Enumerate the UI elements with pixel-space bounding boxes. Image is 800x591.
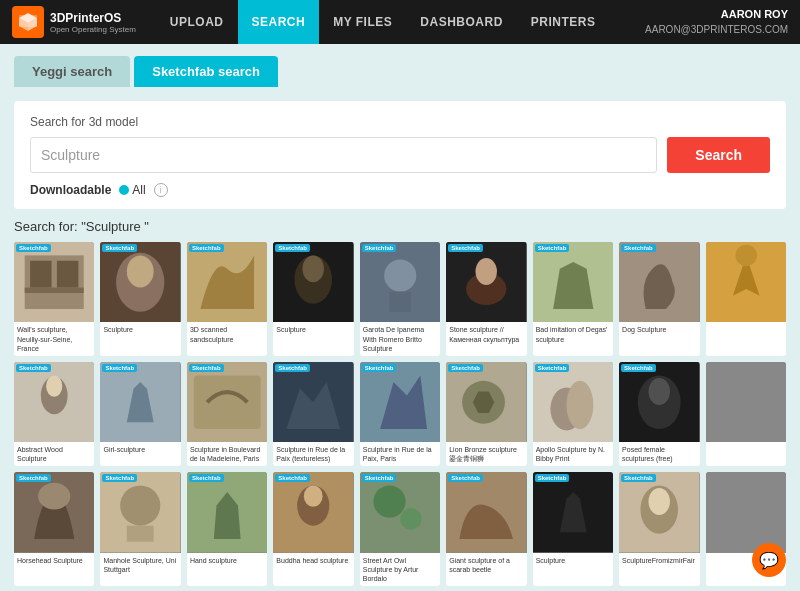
grid-item[interactable]: SketchfabHand sculpture	[187, 472, 267, 586]
item-label: Manhole Sculpture, Uni Stuttgart	[100, 553, 180, 577]
svg-rect-47	[127, 526, 154, 542]
nav-myfiles[interactable]: MY FILES	[319, 0, 406, 44]
svg-rect-60	[706, 472, 786, 552]
main-nav: UPLOAD SEARCH MY FILES DASHBOARD PRINTER…	[156, 0, 610, 44]
thumbnail: Sketchfab	[619, 242, 699, 322]
grid-item[interactable]: SketchfabSculpture in Rue de la Paix, Pa…	[360, 362, 440, 467]
svg-point-41	[649, 378, 670, 405]
thumbnail: Sketchfab	[533, 242, 613, 322]
tab-yeggi[interactable]: Yeggi search	[14, 56, 130, 87]
filter-label: Downloadable	[30, 183, 111, 197]
thumbnail: Sketchfab	[533, 362, 613, 442]
grid-item[interactable]: SketchfabHorsehead Sculpture	[14, 472, 94, 586]
grid-item[interactable]: SketchfabGirl-sculpture	[100, 362, 180, 467]
svg-rect-18	[389, 292, 410, 312]
thumbnail: Sketchfab	[446, 362, 526, 442]
grid-item[interactable]	[706, 362, 786, 467]
thumbnail: Sketchfab	[187, 472, 267, 552]
search-button[interactable]: Search	[667, 137, 770, 173]
svg-point-21	[476, 258, 497, 285]
item-label: Sculpture in Boulevard de la Madeleine, …	[187, 442, 267, 466]
svg-rect-8	[25, 288, 84, 293]
grid-item[interactable]: SketchfabApollo Sculpture by N. Bibby Pr…	[533, 362, 613, 467]
thumbnail: Sketchfab	[360, 362, 440, 442]
thumbnail	[706, 362, 786, 442]
radio-all[interactable]	[119, 185, 129, 195]
grid-item[interactable]: SketchfabStreet Art Owl Sculpture by Art…	[360, 472, 440, 586]
logo-area: 3DPrinterOS Open Operating System	[12, 6, 136, 38]
user-name: AARON ROY	[645, 7, 788, 22]
sketchfab-badge: Sketchfab	[189, 364, 224, 372]
sketchfab-badge: Sketchfab	[362, 364, 397, 372]
sketchfab-badge: Sketchfab	[621, 244, 656, 252]
search-row: Search	[30, 137, 770, 173]
svg-point-25	[735, 245, 756, 266]
grid-item[interactable]: SketchfabWall's sculpture, Neuilly-sur-S…	[14, 242, 94, 356]
grid-item[interactable]: SketchfabSculpture	[100, 242, 180, 356]
svg-point-51	[304, 486, 323, 507]
tab-bar: Yeggi search Sketchfab search	[14, 56, 786, 87]
logo-icon	[12, 6, 44, 38]
thumbnail: Sketchfab	[446, 242, 526, 322]
grid-item[interactable]: SketchfabSculptureFromizmirFair	[619, 472, 699, 586]
svg-point-53	[373, 486, 405, 518]
sketchfab-badge: Sketchfab	[275, 244, 310, 252]
grid-item[interactable]: SketchfabPosed female sculptures (free)	[619, 362, 699, 467]
thumbnail: Sketchfab	[273, 362, 353, 442]
grid-item[interactable]: SketchfabSculpture	[273, 242, 353, 356]
nav-upload[interactable]: UPLOAD	[156, 0, 238, 44]
grid-item[interactable]: SketchfabStone sculpture // Каменная ску…	[446, 242, 526, 356]
logo-text: 3DPrinterOS Open Operating System	[50, 11, 136, 34]
sketchfab-badge: Sketchfab	[102, 364, 137, 372]
grid-item[interactable]: SketchfabLion Bronze sculpture 鎏金青铜狮	[446, 362, 526, 467]
grid-item[interactable]: SketchfabDog Sculpture	[619, 242, 699, 356]
item-label: Horsehead Sculpture	[14, 553, 94, 575]
thumbnail: Sketchfab	[533, 472, 613, 552]
item-label: Lion Bronze sculpture 鎏金青铜狮	[446, 442, 526, 466]
grid-item[interactable]: Sketchfab3D scanned sandsculpture	[187, 242, 267, 356]
thumbnail	[706, 242, 786, 322]
svg-point-17	[384, 259, 416, 291]
grid-item[interactable]: SketchfabGiant sculpture of a scarab bee…	[446, 472, 526, 586]
thumbnail: Sketchfab	[100, 242, 180, 322]
tab-sketchfab[interactable]: Sketchfab search	[134, 56, 278, 87]
sketchfab-badge: Sketchfab	[102, 474, 137, 482]
grid-item[interactable]: SketchfabSculpture in Boulevard de la Ma…	[187, 362, 267, 467]
item-label: Abstract Wood Sculpture	[14, 442, 94, 466]
grid-item[interactable]: SketchfabManhole Sculpture, Uni Stuttgar…	[100, 472, 180, 586]
grid-item[interactable]: SketchfabSculpture	[533, 472, 613, 586]
grid-item[interactable]: SketchfabBuddha head sculpture	[273, 472, 353, 586]
grid-item[interactable]: SketchfabBad imitation of Degas' sculptu…	[533, 242, 613, 356]
item-label: Girl-sculpture	[100, 442, 180, 464]
nav-search[interactable]: SEARCH	[238, 0, 320, 44]
info-icon[interactable]: i	[154, 183, 168, 197]
grid-item[interactable]	[706, 242, 786, 356]
chat-button[interactable]: 💬	[752, 543, 786, 577]
thumbnail: Sketchfab	[100, 472, 180, 552]
grid-item[interactable]: SketchfabSculpture in Rue de la Paix (te…	[273, 362, 353, 467]
sketchfab-badge: Sketchfab	[362, 244, 397, 252]
thumbnail: Sketchfab	[446, 472, 526, 552]
item-label: Sculpture	[533, 553, 613, 575]
search-input[interactable]	[30, 137, 657, 173]
item-label: Sculpture	[273, 322, 353, 344]
sketchfab-badge: Sketchfab	[448, 474, 483, 482]
search-area: Search for 3d model Search Downloadable …	[14, 101, 786, 209]
nav-printers[interactable]: PRINTERS	[517, 0, 610, 44]
filter-all-option[interactable]: All	[119, 183, 145, 197]
item-label: 3D scanned sandsculpture	[187, 322, 267, 346]
sketchfab-badge: Sketchfab	[275, 474, 310, 482]
svg-point-44	[38, 483, 70, 510]
thumbnail: Sketchfab	[273, 242, 353, 322]
thumbnail: Sketchfab	[619, 362, 699, 442]
item-label: Wall's sculpture, Neuilly-sur-Seine, Fra…	[14, 322, 94, 355]
nav-dashboard[interactable]: DASHBOARD	[406, 0, 517, 44]
thumbnail: Sketchfab	[14, 242, 94, 322]
grid-item[interactable]: SketchfabAbstract Wood Sculpture	[14, 362, 94, 467]
grid-item[interactable]: SketchfabGarota De Ipanema With Romero B…	[360, 242, 440, 356]
item-label: Bad imitation of Degas' sculpture	[533, 322, 613, 346]
thumbnail: Sketchfab	[273, 472, 353, 552]
svg-point-11	[127, 255, 154, 287]
sketchfab-badge: Sketchfab	[621, 474, 656, 482]
item-label: Sculpture in Rue de la Paix, Paris	[360, 442, 440, 466]
